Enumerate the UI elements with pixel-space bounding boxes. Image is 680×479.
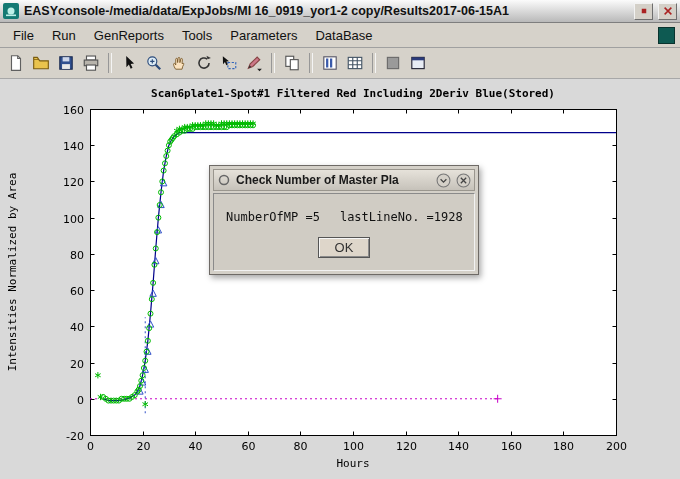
toolbar-separator	[108, 53, 112, 73]
minimize-button[interactable]	[634, 3, 653, 20]
menu-item-parameters[interactable]: Parameters	[221, 25, 306, 46]
rotate-icon	[195, 54, 213, 72]
dialog-field-numberofmp: NumberOfMP =5	[226, 210, 320, 224]
columns-button[interactable]	[318, 51, 342, 75]
dialog-rollup-button[interactable]	[436, 173, 451, 188]
copy-button[interactable]	[280, 51, 304, 75]
dialog-close-button[interactable]	[456, 173, 471, 188]
menu-bar-items: FileRunGenReportsToolsParametersDataBase	[4, 25, 382, 46]
pan-hand-icon	[170, 54, 188, 72]
zoom-in-icon	[145, 54, 163, 72]
columns-icon	[321, 54, 339, 72]
new-document-icon	[7, 54, 25, 72]
toolbar-separator	[271, 53, 275, 73]
window-titlebar[interactable]: EASYconsole-/media/data/ExpJobs/MI 16_09…	[0, 0, 680, 23]
dialog-app-icon	[217, 173, 231, 187]
dialog-message: NumberOfMP =5lastLineNo. =1928	[226, 210, 462, 224]
plot-area: Check Number of Master Pla NumberOfMP =5…	[0, 79, 680, 479]
new-document-button[interactable]	[4, 51, 28, 75]
close-button[interactable]	[658, 3, 677, 20]
save-icon	[57, 54, 75, 72]
dialog-check-number-of-master-plates: Check Number of Master Pla NumberOfMP =5…	[209, 165, 479, 275]
open-folder-button[interactable]	[29, 51, 53, 75]
window-title: EASYconsole-/media/data/ExpJobs/MI 16_09…	[24, 4, 629, 18]
dialog-field-lastlineno: lastLineNo. =1928	[340, 210, 463, 224]
grid-icon	[346, 54, 364, 72]
print-button[interactable]	[79, 51, 103, 75]
menu-status-indicator	[658, 27, 675, 44]
ok-button[interactable]: OK	[318, 237, 371, 258]
app-icon	[3, 3, 19, 19]
menu-item-genreports[interactable]: GenReports	[85, 25, 173, 46]
dialog-titlebar[interactable]: Check Number of Master Pla	[213, 169, 475, 191]
zoom-in-button[interactable]	[142, 51, 166, 75]
window-button[interactable]	[406, 51, 430, 75]
plot-canvas[interactable]	[0, 79, 680, 479]
window-icon	[409, 54, 427, 72]
select-cursor-icon	[120, 54, 138, 72]
grid-button[interactable]	[343, 51, 367, 75]
menu-item-database[interactable]: DataBase	[306, 25, 381, 46]
edit-cursor-icon	[220, 54, 238, 72]
brush-button[interactable]	[242, 51, 266, 75]
swatch-icon	[384, 54, 402, 72]
save-button[interactable]	[54, 51, 78, 75]
select-cursor-button[interactable]	[117, 51, 141, 75]
brush-icon	[245, 54, 263, 72]
dialog-title: Check Number of Master Pla	[236, 173, 431, 187]
copy-icon	[283, 54, 301, 72]
print-icon	[82, 54, 100, 72]
menu-item-tools[interactable]: Tools	[173, 25, 221, 46]
pan-hand-button[interactable]	[167, 51, 191, 75]
dialog-body: NumberOfMP =5lastLineNo. =1928 OK	[213, 193, 475, 271]
edit-cursor-button[interactable]	[217, 51, 241, 75]
rotate-button[interactable]	[192, 51, 216, 75]
toolbar-separator	[372, 53, 376, 73]
toolbar-separator	[309, 53, 313, 73]
app-window: EASYconsole-/media/data/ExpJobs/MI 16_09…	[0, 0, 680, 479]
menu-bar: FileRunGenReportsToolsParametersDataBase	[0, 23, 680, 48]
menu-item-run[interactable]: Run	[43, 25, 85, 46]
swatch-button[interactable]	[381, 51, 405, 75]
toolbar	[0, 48, 680, 79]
open-folder-icon	[32, 54, 50, 72]
menu-item-file[interactable]: File	[4, 25, 43, 46]
